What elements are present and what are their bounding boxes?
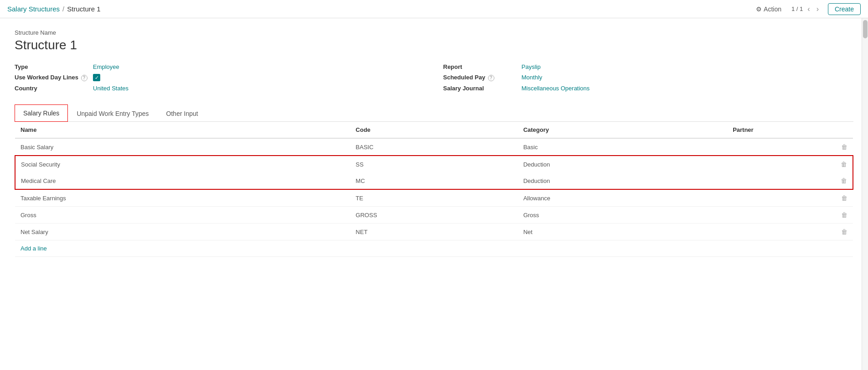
col-header-action — [828, 122, 853, 138]
table-row[interactable]: Basic Salary BASIC Basic 🗑 — [15, 138, 853, 156]
cell-category: Net — [518, 224, 727, 240]
delete-row-button[interactable]: 🗑 — [828, 207, 853, 224]
scheduled-pay-value: Monthly — [522, 74, 543, 81]
table-row[interactable]: Taxable Earnings TE Allowance 🗑 — [15, 189, 853, 207]
cell-code: GROSS — [350, 207, 518, 224]
form-fields: Type Employee Use Worked Day Lines ? ✓ C… — [15, 62, 853, 94]
cell-partner — [727, 207, 828, 224]
cell-code: MC — [350, 172, 518, 189]
add-line-row[interactable]: Add a line — [15, 240, 853, 257]
cell-category: Gross — [518, 207, 727, 224]
salary-rules-table: Name Code Category Partner Basic Salary … — [15, 122, 853, 257]
cell-name: Gross — [15, 207, 350, 224]
structure-name-label: Structure Name — [15, 29, 853, 36]
main-content: Structure Name Structure 1 Type Employee… — [0, 18, 868, 370]
prev-page-button[interactable]: ‹ — [806, 4, 812, 14]
cell-category: Allowance — [518, 189, 727, 207]
gear-icon: ⚙ — [756, 5, 762, 13]
col-header-category: Category — [518, 122, 727, 138]
cell-partner — [727, 156, 828, 172]
scrollbar[interactable] — [862, 18, 868, 370]
report-row: Report Payslip — [443, 62, 854, 72]
type-row: Type Employee — [15, 62, 425, 72]
worked-day-label: Use Worked Day Lines ? — [15, 74, 87, 81]
col-header-code: Code — [350, 122, 518, 138]
salary-journal-row: Salary Journal Miscellaneous Operations — [443, 83, 854, 94]
tab-other-input[interactable]: Other Input — [158, 104, 207, 122]
table-row[interactable]: Gross GROSS Gross 🗑 — [15, 207, 853, 224]
next-page-button[interactable]: › — [815, 4, 821, 14]
action-label: Action — [764, 5, 781, 13]
cell-name: Basic Salary — [15, 138, 350, 156]
delete-row-button[interactable]: 🗑 — [828, 224, 853, 240]
scrollbar-thumb[interactable] — [863, 20, 868, 38]
country-label: Country — [15, 85, 87, 92]
cell-code: SS — [350, 156, 518, 172]
worked-day-help-icon[interactable]: ? — [81, 75, 87, 81]
delete-row-button[interactable]: 🗑 — [828, 189, 853, 207]
action-button[interactable]: ⚙ Action — [753, 4, 784, 15]
cell-code: NET — [350, 224, 518, 240]
country-value: United States — [93, 85, 128, 92]
report-label: Report — [443, 63, 516, 70]
breadcrumb-separator: / — [62, 5, 64, 13]
cell-name: Net Salary — [15, 224, 350, 240]
cell-partner — [727, 189, 828, 207]
cell-category: Basic — [518, 138, 727, 156]
type-label: Type — [15, 63, 87, 70]
scheduled-pay-label: Scheduled Pay ? — [443, 74, 516, 81]
col-header-name: Name — [15, 122, 350, 138]
table-row-highlighted[interactable]: Medical Care MC Deduction 🗑 — [15, 172, 853, 189]
scheduled-pay-row: Scheduled Pay ? Monthly — [443, 72, 854, 83]
col-header-partner: Partner — [727, 122, 828, 138]
delete-row-button[interactable]: 🗑 — [828, 156, 853, 172]
tab-salary-rules[interactable]: Salary Rules — [15, 104, 68, 122]
report-value: Payslip — [522, 63, 541, 70]
cell-code: TE — [350, 189, 518, 207]
cell-name: Social Security — [15, 156, 350, 172]
cell-name: Taxable Earnings — [15, 189, 350, 207]
top-bar: Salary Structures / Structure 1 ⚙ Action… — [0, 0, 868, 18]
country-row: Country United States — [15, 83, 425, 94]
salary-journal-value: Miscellaneous Operations — [522, 85, 590, 92]
cell-partner — [727, 224, 828, 240]
cell-partner — [727, 172, 828, 189]
table-row-highlighted[interactable]: Social Security SS Deduction 🗑 — [15, 156, 853, 172]
pagination-text: 1 / 1 — [791, 5, 803, 12]
worked-day-checkbox[interactable]: ✓ — [93, 74, 100, 81]
table-row[interactable]: Net Salary NET Net 🗑 — [15, 224, 853, 240]
top-bar-right: ⚙ Action 1 / 1 ‹ › Create — [753, 3, 861, 15]
scheduled-pay-help-icon[interactable]: ? — [488, 75, 494, 81]
breadcrumb: Salary Structures / Structure 1 — [7, 5, 101, 13]
cell-code: BASIC — [350, 138, 518, 156]
salary-journal-label: Salary Journal — [443, 85, 516, 92]
breadcrumb-parent[interactable]: Salary Structures — [7, 5, 60, 13]
structure-name: Structure 1 — [15, 38, 853, 52]
cell-category: Deduction — [518, 172, 727, 189]
type-value: Employee — [93, 63, 119, 70]
delete-row-button[interactable]: 🗑 — [828, 172, 853, 189]
worked-day-row: Use Worked Day Lines ? ✓ — [15, 72, 425, 83]
cell-name: Medical Care — [15, 172, 350, 189]
pagination: 1 / 1 ‹ › — [791, 4, 821, 14]
cell-partner — [727, 138, 828, 156]
delete-row-button[interactable]: 🗑 — [828, 138, 853, 156]
breadcrumb-current: Structure 1 — [67, 5, 100, 13]
tab-unpaid-work[interactable]: Unpaid Work Entry Types — [68, 104, 157, 122]
create-button[interactable]: Create — [828, 3, 861, 15]
cell-category: Deduction — [518, 156, 727, 172]
add-line-button[interactable]: Add a line — [15, 240, 853, 257]
tabs: Salary Rules Unpaid Work Entry Types Oth… — [15, 104, 853, 122]
